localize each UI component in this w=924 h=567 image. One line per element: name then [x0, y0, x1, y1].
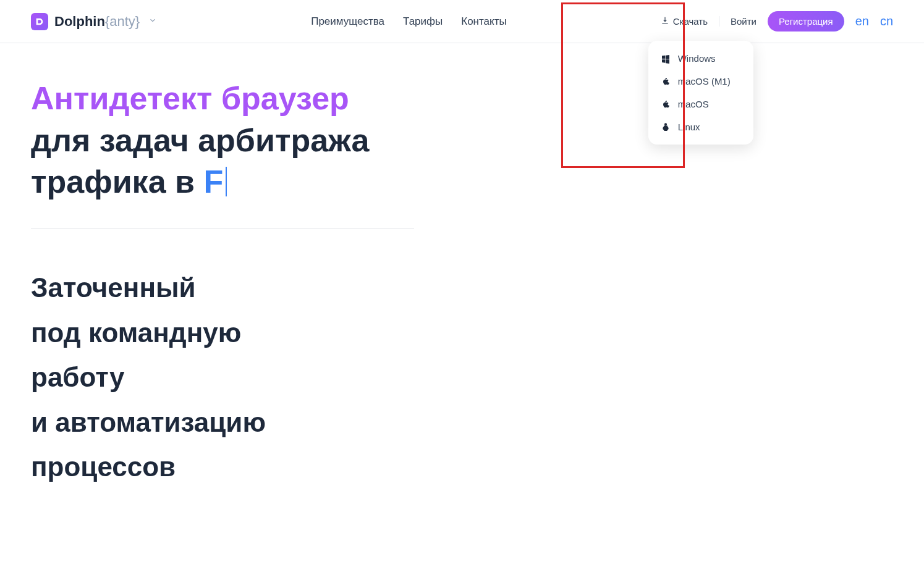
- download-linux[interactable]: Linux: [648, 116, 753, 138]
- logo-text: Dolphin{anty}: [54, 14, 140, 30]
- download-icon: [661, 16, 669, 27]
- logo-icon: [31, 13, 48, 30]
- download-linux-label: Linux: [678, 122, 700, 132]
- hero-divider: [31, 228, 414, 229]
- hero-title-line2a: для задач арбитража: [31, 122, 370, 158]
- hero-typed-char: F: [203, 164, 223, 200]
- main-nav: Преимущества Тарифы Контакты: [311, 15, 507, 28]
- hero-sub-line1: Заточенный: [31, 266, 414, 311]
- download-macos-m1-label: macOS (M1): [678, 76, 731, 86]
- download-windows[interactable]: Windows: [648, 47, 753, 70]
- download-macos-label: macOS: [678, 99, 709, 109]
- hero-subtitle: Заточенный под командную работу и автома…: [31, 266, 414, 490]
- hero-sub-line3: работу: [31, 355, 414, 400]
- download-macos[interactable]: macOS: [648, 93, 753, 116]
- linux-icon: [661, 122, 671, 132]
- chevron-down-icon: [148, 16, 157, 27]
- hero-title-dark: для задач арбитража трафика в F: [31, 120, 414, 203]
- lang-en[interactable]: en: [855, 14, 869, 28]
- hero-title-purple: Антидетект браузер: [31, 80, 414, 117]
- hero-sub-line4: и автоматизацию: [31, 400, 414, 445]
- nav-pricing[interactable]: Тарифы: [403, 15, 443, 28]
- download-button[interactable]: Скачать: [661, 16, 719, 27]
- logo-prefix: Dolphin: [54, 14, 105, 29]
- login-link[interactable]: Войти: [731, 16, 757, 27]
- download-dropdown: Windows macOS (M1) macOS Linux: [648, 41, 753, 145]
- apple-icon: [661, 77, 671, 86]
- typing-cursor-icon: [226, 167, 227, 196]
- download-macos-m1[interactable]: macOS (M1): [648, 70, 753, 93]
- hero-section: Антидетект браузер для задач арбитража т…: [0, 43, 445, 490]
- hero-sub-line5: процессов: [31, 445, 414, 490]
- hero-title-line2b-prefix: трафика в: [31, 164, 203, 200]
- nav-contacts[interactable]: Контакты: [461, 15, 506, 28]
- register-button[interactable]: Регистрация: [768, 11, 844, 32]
- logo[interactable]: Dolphin{anty}: [31, 13, 157, 30]
- download-label: Скачать: [673, 16, 708, 27]
- apple-icon: [661, 99, 671, 109]
- nav-right: Скачать Войти Регистрация en cn Windows …: [661, 11, 893, 32]
- download-windows-label: Windows: [678, 53, 716, 64]
- nav-advantages[interactable]: Преимущества: [311, 15, 384, 28]
- hero-sub-line2: под командную: [31, 311, 414, 356]
- site-header: Dolphin{anty} Преимущества Тарифы Контак…: [0, 0, 924, 43]
- logo-suffix: {anty}: [105, 14, 140, 29]
- lang-cn[interactable]: cn: [880, 14, 893, 28]
- windows-icon: [661, 54, 671, 64]
